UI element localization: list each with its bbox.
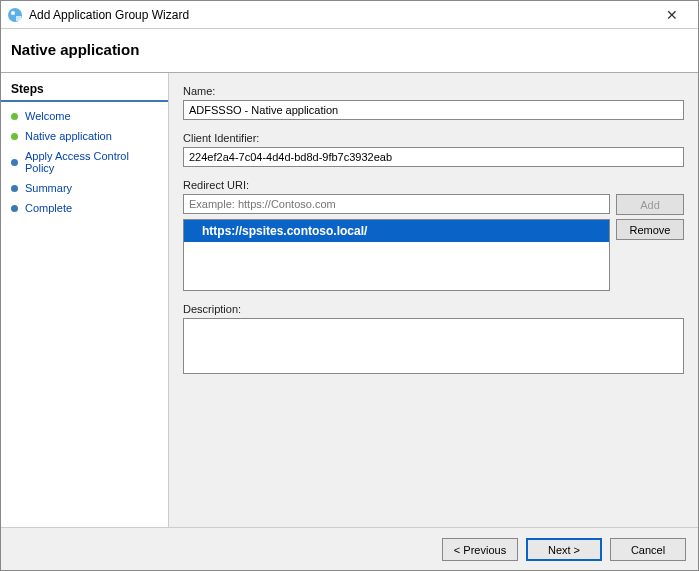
add-button[interactable]: Add <box>616 194 684 215</box>
step-label: Welcome <box>25 110 71 122</box>
app-icon <box>7 7 23 23</box>
steps-sidebar: Steps Welcome Native application Apply A… <box>1 73 169 527</box>
wizard-footer: < Previous Next > Cancel <box>1 527 698 571</box>
close-icon: ✕ <box>666 7 678 23</box>
previous-button[interactable]: < Previous <box>442 538 518 561</box>
cancel-button[interactable]: Cancel <box>610 538 686 561</box>
name-input[interactable] <box>183 100 684 120</box>
next-button[interactable]: Next > <box>526 538 602 561</box>
title-bar: Add Application Group Wizard ✕ <box>1 1 698 29</box>
close-button[interactable]: ✕ <box>652 2 692 28</box>
step-welcome[interactable]: Welcome <box>1 106 168 126</box>
svg-point-1 <box>11 11 15 15</box>
name-label: Name: <box>183 85 684 97</box>
step-complete[interactable]: Complete <box>1 198 168 218</box>
redirect-uri-label: Redirect URI: <box>183 179 684 191</box>
step-native-application[interactable]: Native application <box>1 126 168 146</box>
step-label: Complete <box>25 202 72 214</box>
steps-heading: Steps <box>1 79 168 102</box>
redirect-uri-list[interactable]: https://spsites.contoso.local/ <box>183 219 610 291</box>
description-input[interactable] <box>183 318 684 374</box>
window-title: Add Application Group Wizard <box>29 8 652 22</box>
redirect-uri-item[interactable]: https://spsites.contoso.local/ <box>184 220 609 242</box>
step-bullet-icon <box>11 205 18 212</box>
svg-rect-2 <box>16 16 21 21</box>
page-title: Native application <box>1 29 698 73</box>
step-label: Apply Access Control Policy <box>25 150 158 174</box>
step-summary[interactable]: Summary <box>1 178 168 198</box>
step-bullet-icon <box>11 113 18 120</box>
remove-button[interactable]: Remove <box>616 219 684 240</box>
step-label: Native application <box>25 130 112 142</box>
main-panel: Name: Client Identifier: Redirect URI: A… <box>169 73 698 527</box>
step-bullet-icon <box>11 159 18 166</box>
step-label: Summary <box>25 182 72 194</box>
client-id-label: Client Identifier: <box>183 132 684 144</box>
description-label: Description: <box>183 303 684 315</box>
step-apply-access-control[interactable]: Apply Access Control Policy <box>1 146 168 178</box>
client-id-input[interactable] <box>183 147 684 167</box>
redirect-uri-input[interactable] <box>183 194 610 214</box>
step-bullet-icon <box>11 185 18 192</box>
step-bullet-icon <box>11 133 18 140</box>
